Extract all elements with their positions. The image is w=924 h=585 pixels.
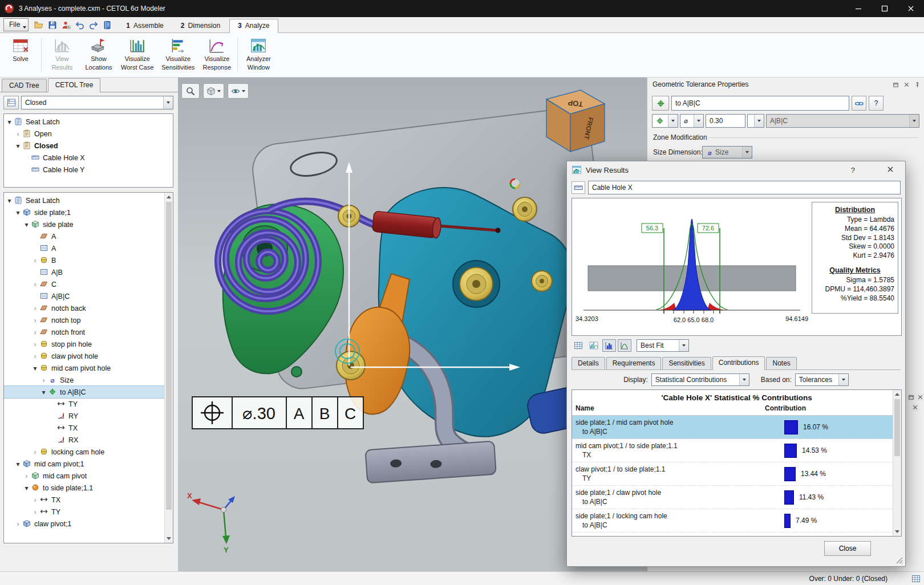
view-cube-button[interactable]	[203, 83, 224, 99]
tree-item-side-plate-1[interactable]: ▾side plate;1	[4, 206, 164, 218]
collapse-icon[interactable]: ▾	[14, 209, 22, 217]
expand-icon[interactable]: ›	[31, 257, 39, 265]
link-button[interactable]	[852, 96, 866, 111]
save-button[interactable]	[47, 19, 58, 30]
zoom-tool-button[interactable]	[181, 83, 200, 99]
show-table-button[interactable]	[572, 339, 585, 352]
tree-item-seat-latch[interactable]: ▾Seat Latch	[4, 194, 164, 206]
tree-item-a[interactable]: A	[4, 242, 164, 254]
contribution-row-side-plate-1-locking-cam-hole[interactable]: side plate;1 / locking cam holeto A|B|C7…	[572, 509, 901, 533]
collapse-icon[interactable]: ▾	[22, 484, 31, 492]
modifier-dropdown[interactable]	[747, 114, 764, 128]
collapse-icon[interactable]: ▾	[39, 388, 48, 396]
tab-cetol-tree[interactable]: CETOL Tree	[48, 78, 101, 92]
tree-item-mid-cam-pivot-1[interactable]: ▾mid cam pivot;1	[4, 458, 164, 470]
redo-button[interactable]	[88, 19, 99, 30]
close-window-button[interactable]	[898, 0, 924, 17]
tab-requirements[interactable]: Requirements	[606, 357, 662, 369]
tree-item-rx[interactable]: RX	[4, 434, 164, 446]
tab-cad-tree[interactable]: CAD Tree	[2, 79, 47, 92]
resize-grip[interactable]	[895, 556, 903, 564]
model-tree-scrollbar[interactable]	[164, 193, 173, 543]
minimize-button[interactable]	[845, 0, 872, 17]
help-button[interactable]: ?	[869, 96, 884, 111]
expand-icon[interactable]: ›	[22, 472, 31, 480]
view-cube[interactable]: TOP FRONT	[546, 90, 605, 152]
tree-item-to-side-plate-1-1[interactable]: ▾to side plate;1.1	[4, 482, 164, 494]
tree-item-notch-front[interactable]: ›notch front	[4, 326, 164, 338]
expand-icon[interactable]: ›	[14, 520, 22, 528]
tree-item-stop-pin-hole[interactable]: ›stop pin hole	[4, 338, 164, 350]
visualize-worst-case-button[interactable]: VisualizeWorst Case	[117, 35, 157, 75]
tree-item-mid-cam-pivot-hole[interactable]: ▾mid cam pivot hole	[4, 362, 164, 374]
dialog-help-button[interactable]: ?	[848, 165, 858, 175]
analysis-state-dropdown[interactable]: Closed	[21, 96, 173, 109]
tree-item-cable-hole-y[interactable]: Cable Hole Y	[4, 164, 173, 176]
panel-pin-icon[interactable]	[914, 82, 921, 88]
dialog-title-bar[interactable]: View Results ?	[567, 161, 905, 178]
collapse-icon[interactable]: ▾	[31, 364, 39, 372]
tree-item-ty[interactable]: ›TY	[4, 506, 164, 518]
panel-close-button-2[interactable]	[911, 404, 919, 411]
tree-item-notch-back[interactable]: ›notch back	[4, 302, 164, 314]
tab-contributions[interactable]: Contributions	[712, 356, 765, 370]
tree-item-tx[interactable]: TX	[4, 422, 164, 434]
maximize-button[interactable]	[872, 0, 898, 17]
tree-item-locking-cam-hole[interactable]: ›locking cam hole	[4, 446, 164, 458]
tab-sensitivities[interactable]: Sensitivities	[662, 357, 711, 369]
collapse-icon[interactable]: ▾	[5, 197, 14, 205]
scroll-thumb[interactable]	[166, 202, 172, 510]
solve-user-button[interactable]	[60, 19, 71, 30]
tree-item-closed[interactable]: ▾Closed	[4, 140, 173, 152]
tab-notes[interactable]: Notes	[766, 357, 796, 369]
analyzer-window-button[interactable]: AnalyzerWindow	[240, 35, 277, 75]
tolerance-name-input[interactable]: to A|B|C	[671, 96, 849, 111]
tree-item-a-b-c[interactable]: A|B|C	[4, 290, 164, 302]
panel-close-icon[interactable]	[903, 82, 910, 88]
open-file-button[interactable]	[33, 19, 44, 30]
tree-item-ry[interactable]: RY	[4, 410, 164, 422]
table-scrollbar[interactable]	[893, 390, 901, 536]
visibility-button[interactable]	[228, 83, 249, 99]
panel-float-button[interactable]	[907, 393, 915, 401]
dropdown-arrow-icon[interactable]	[163, 96, 173, 109]
analysis-manager-button[interactable]	[3, 96, 19, 109]
contribution-row-side-plate-1-mid-cam-pivot-hole[interactable]: side plate;1 / mid cam pivot holeto A|B|…	[572, 416, 901, 439]
file-menu-button[interactable]: File	[3, 18, 29, 31]
tree-item-side-plate[interactable]: ▾side plate	[4, 218, 164, 230]
expand-icon[interactable]: ›	[31, 448, 39, 456]
show-histogram-button[interactable]	[602, 339, 616, 352]
scroll-up-icon[interactable]	[165, 193, 173, 201]
collapse-icon[interactable]: ▾	[22, 221, 31, 229]
expand-icon[interactable]: ›	[31, 508, 39, 516]
expand-icon[interactable]: ›	[14, 130, 22, 138]
tree-item-b[interactable]: ›B	[4, 254, 164, 266]
tree-item-size[interactable]: ›⌀Size	[4, 374, 164, 386]
tree-item-mid-cam-pivot[interactable]: ›mid cam pivot	[4, 470, 164, 482]
collapse-icon[interactable]: ▾	[14, 460, 22, 468]
notes-button[interactable]	[102, 19, 112, 30]
ribbon-tab-assemble[interactable]: 1Assemble	[118, 19, 171, 32]
display-dropdown[interactable]: Statistical Contributions	[651, 373, 749, 386]
expand-icon[interactable]: ›	[31, 352, 39, 360]
scroll-up-icon[interactable]	[893, 390, 901, 399]
expand-icon[interactable]: ›	[39, 376, 48, 384]
tolerance-type-button[interactable]	[652, 96, 669, 111]
tree-item-open[interactable]: ›Open	[4, 128, 173, 140]
zone-shape-dropdown[interactable]: ⌀	[680, 114, 704, 128]
ribbon-tab-analyze[interactable]: 3Analyze	[229, 19, 278, 33]
tree-item-tx[interactable]: ›TX	[4, 494, 164, 506]
tolerance-value-input[interactable]: 0.30	[706, 114, 745, 128]
tree-item-to-a-b-c[interactable]: ▾to A|B|C	[4, 386, 164, 398]
tree-item-notch-top[interactable]: ›notch top	[4, 314, 164, 326]
tree-item-a-b[interactable]: A|B	[4, 266, 164, 278]
show-fit-curve-button[interactable]	[618, 339, 631, 352]
expand-icon[interactable]: ›	[31, 281, 39, 289]
tree-item-a[interactable]: A	[4, 230, 164, 242]
show-both-button[interactable]	[587, 339, 601, 352]
expand-icon[interactable]: ›	[31, 340, 39, 348]
expand-icon[interactable]: ›	[31, 496, 39, 504]
scroll-down-icon[interactable]	[893, 527, 901, 536]
tree-item-ty[interactable]: TY	[4, 398, 164, 410]
contribution-row-claw-pivot-1-to-side-plate-1-1[interactable]: claw pivot;1 / to side plate;1.1TY13.44 …	[572, 462, 901, 486]
